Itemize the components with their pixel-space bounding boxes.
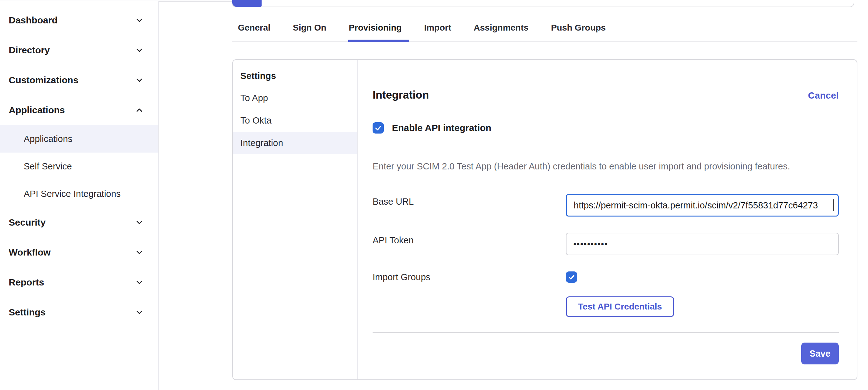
okta-admin-page: Dashboard Directory Customizations Appli… [0, 0, 868, 390]
save-button[interactable]: Save [801, 342, 839, 364]
chevron-down-icon [135, 46, 144, 55]
sidebar-item-label: Security [9, 217, 45, 228]
import-groups-checkbox[interactable] [566, 271, 577, 283]
check-icon [568, 273, 575, 281]
sidebar-item-label: Settings [9, 307, 45, 318]
tab-assignments[interactable]: Assignments [474, 23, 528, 41]
sidebar-item-label: Workflow [9, 247, 51, 258]
base-url-field-wrapper [566, 194, 839, 216]
settings-nav-to-app[interactable]: To App [233, 87, 357, 109]
sidebar-item-settings[interactable]: Settings [0, 297, 158, 327]
app-tab-bar: General Sign On Provisioning Import Assi… [231, 0, 858, 42]
integration-header: Integration Cancel [373, 89, 839, 101]
sidebar-item-applications[interactable]: Applications [0, 95, 158, 125]
chevron-down-icon [135, 218, 144, 227]
sidebar-subitem-self-service[interactable]: Self Service [0, 153, 158, 180]
sidebar-item-label: Dashboard [9, 15, 58, 26]
api-token-input[interactable] [566, 233, 839, 255]
tab-general[interactable]: General [238, 23, 270, 41]
provisioning-settings-nav: Settings To App To Okta Integration [233, 60, 358, 380]
sidebar-item-security[interactable]: Security [0, 208, 158, 237]
settings-nav-header: Settings [233, 65, 357, 87]
tab-provisioning[interactable]: Provisioning [349, 23, 402, 41]
credentials-form: Base URL API Token Import Groups [373, 194, 839, 317]
api-token-row: API Token [373, 233, 839, 255]
sidebar-item-workflow[interactable]: Workflow [0, 237, 158, 267]
sidebar-subitem-applications[interactable]: Applications [0, 125, 158, 153]
api-token-label: API Token [373, 233, 566, 245]
chevron-down-icon [135, 16, 144, 25]
test-credentials-row: Test API Credentials [373, 296, 839, 317]
check-icon [374, 124, 382, 132]
sidebar-item-reports[interactable]: Reports [0, 267, 158, 297]
import-groups-label: Import Groups [373, 271, 566, 282]
sidebar-subitem-label: API Service Integrations [24, 189, 121, 199]
sidebar-item-dashboard[interactable]: Dashboard [0, 5, 158, 35]
tab-sign-on[interactable]: Sign On [293, 23, 326, 41]
chevron-down-icon [135, 278, 144, 287]
sidebar: Dashboard Directory Customizations Appli… [0, 1, 159, 390]
base-url-label: Base URL [373, 194, 566, 207]
chevron-up-icon [135, 106, 144, 115]
cancel-link[interactable]: Cancel [808, 90, 839, 101]
footer-divider [373, 332, 839, 333]
sidebar-item-label: Reports [9, 277, 44, 288]
api-token-field-wrapper [566, 233, 839, 255]
page-title: Integration [373, 89, 429, 101]
chevron-down-icon [135, 248, 144, 257]
sidebar-item-directory[interactable]: Directory [0, 35, 158, 65]
sidebar-subitem-label: Self Service [24, 161, 72, 172]
sidebar-item-label: Directory [9, 45, 50, 56]
chevron-down-icon [135, 308, 144, 317]
sidebar-item-customizations[interactable]: Customizations [0, 65, 158, 95]
enable-api-integration-row: Enable API integration [373, 122, 839, 133]
base-url-row: Base URL [373, 194, 839, 216]
tab-push-groups[interactable]: Push Groups [551, 23, 606, 41]
base-url-input[interactable] [566, 194, 839, 216]
sidebar-item-label: Customizations [9, 75, 78, 86]
save-row: Save [373, 342, 839, 364]
credentials-description: Enter your SCIM 2.0 Test App (Header Aut… [373, 161, 839, 172]
test-api-credentials-button[interactable]: Test API Credentials [566, 296, 674, 317]
sidebar-item-label: Applications [9, 105, 65, 115]
settings-nav-integration[interactable]: Integration [233, 132, 357, 154]
sidebar-subitem-api-service-integrations[interactable]: API Service Integrations [0, 180, 158, 208]
import-groups-row: Import Groups [373, 271, 839, 283]
sidebar-subitem-label: Applications [24, 134, 72, 144]
integration-panel: Integration Cancel Enable API integratio… [358, 60, 857, 380]
chevron-down-icon [135, 76, 144, 85]
provisioning-card: Settings To App To Okta Integration Inte… [232, 59, 858, 380]
enable-api-integration-label: Enable API integration [392, 123, 491, 133]
enable-api-integration-checkbox[interactable] [373, 122, 384, 133]
text-cursor [833, 199, 834, 211]
tab-import[interactable]: Import [424, 23, 451, 41]
settings-nav-to-okta[interactable]: To Okta [233, 109, 357, 132]
